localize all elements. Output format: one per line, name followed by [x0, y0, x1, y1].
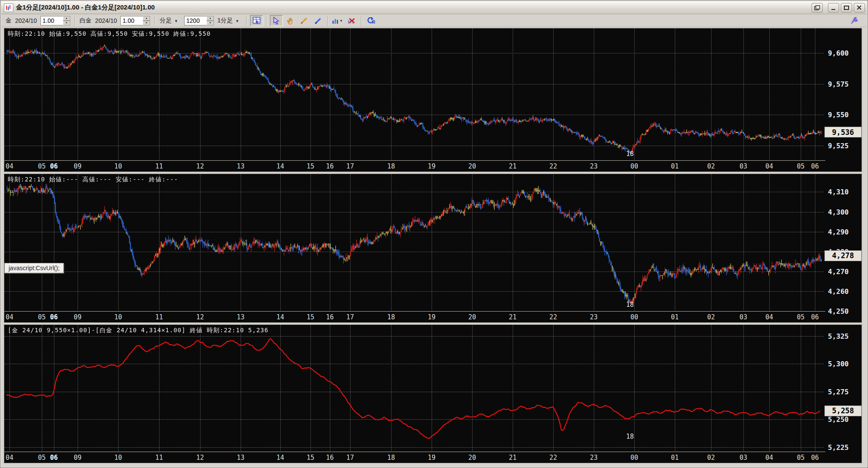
chevron-down-icon: ▼ — [174, 19, 178, 23]
gold-chart-canvas[interactable] — [4, 28, 825, 160]
platinum-ratio-down-icon: ▼ — [143, 21, 150, 25]
x-axis-label: 06 — [50, 454, 58, 462]
x-axis-label: 04 — [765, 313, 773, 321]
x-axis-label: 04 — [765, 454, 773, 462]
javascript-link-tooltip: javascript:CsvUrl(); — [4, 263, 64, 273]
x-axis-label: 10 — [114, 454, 122, 462]
spread-last-price-badge: 5,258 — [824, 406, 862, 416]
interval-dropdown[interactable]: 分足 ▼ — [160, 17, 181, 25]
gold-time-axis: 0405060910111213141516171819202122230001… — [4, 160, 825, 172]
maximize-button[interactable] — [841, 3, 852, 12]
x-axis-label: 09 — [74, 162, 81, 170]
x-axis-label: 06 — [50, 162, 58, 170]
gold-last-price-badge: 9,536 — [824, 127, 862, 137]
pen-draw-button[interactable] — [311, 15, 324, 26]
gold-ratio-input[interactable] — [41, 16, 63, 25]
remove-chart-button[interactable] — [345, 15, 358, 26]
x-axis-label: 14 — [276, 162, 284, 170]
x-axis-label: 06 — [811, 454, 819, 462]
gold-contract-month: 2024/10 — [15, 17, 37, 24]
platinum-last-price-badge: 4,278 — [824, 250, 862, 261]
platinum-ratio-input[interactable] — [120, 16, 143, 25]
x-axis-label: 19 — [428, 313, 436, 321]
platinum-ratio-spinner[interactable]: ▲▼ — [120, 16, 150, 25]
x-axis-label: 21 — [509, 162, 517, 170]
x-axis-label: 18 — [387, 454, 395, 462]
hand-pan-button[interactable] — [284, 15, 297, 26]
spread-time-axis: 0405060910111213141516171819202122230001… — [4, 452, 825, 463]
x-axis-label: 04 — [6, 162, 13, 170]
platinum-ratio-up-icon: ▲ — [143, 16, 150, 21]
x-axis-label: 12 — [196, 313, 204, 321]
candlestick-app-icon — [4, 3, 13, 12]
spread-chart-canvas[interactable] — [4, 325, 825, 452]
crosshair-chart-button[interactable] — [250, 15, 263, 26]
x-axis-label: 04 — [765, 162, 773, 170]
x-axis-label: 19 — [428, 454, 436, 462]
gold-date-marker: 18 — [626, 150, 634, 158]
toolbar-separator — [154, 16, 155, 26]
spread-formula-info: [金 24/10 9,550×1.00]-[白金 24/10 4,314×1.0… — [8, 327, 269, 334]
x-axis-label: 23 — [590, 454, 598, 462]
y-axis-label: 5,275 — [828, 388, 849, 396]
bar-count-spinner[interactable]: ▲▼ — [184, 16, 214, 25]
close-button[interactable] — [854, 3, 865, 12]
settings-wrench-button[interactable] — [848, 15, 861, 26]
window-layout-button[interactable] — [812, 3, 823, 12]
reload-icon: R — [367, 17, 376, 25]
bar-chart-delete-icon — [348, 17, 355, 24]
chart-area: 時刻:22:10 始値:9,550 高値:9,550 安値:9,550 終値:9… — [4, 28, 862, 464]
toolbar-separator — [246, 16, 247, 26]
pencil-draw-button[interactable] — [298, 15, 310, 26]
toolbar-separator — [266, 16, 267, 26]
x-axis-label: 22 — [549, 454, 557, 462]
y-axis-label: 4,260 — [828, 287, 849, 296]
y-axis-label: 9,600 — [828, 49, 849, 57]
minimize-button[interactable] — [828, 3, 839, 12]
y-axis-label: 5,250 — [828, 415, 849, 424]
x-axis-label: 18 — [387, 313, 395, 321]
x-axis-label: 23 — [590, 162, 598, 170]
toolbar-separator — [75, 16, 75, 26]
chart-type-dropdown-button[interactable]: ▼ — [331, 15, 344, 26]
x-axis-label: 11 — [155, 454, 163, 462]
x-axis-label: 01 — [671, 313, 679, 321]
platinum-chart-canvas[interactable] — [4, 174, 825, 311]
x-axis-label: 17 — [346, 313, 354, 321]
x-axis-label: 04 — [6, 454, 13, 462]
gold-ratio-spinner[interactable]: ▲▼ — [41, 16, 70, 25]
bar-chart-icon — [332, 17, 339, 24]
bar-count-input[interactable] — [184, 16, 207, 25]
x-axis-label: 16 — [326, 313, 334, 321]
x-axis-label: 00 — [630, 454, 638, 462]
x-axis-label: 04 — [6, 313, 13, 321]
x-axis-label: 01 — [671, 162, 679, 170]
title-bar: 金1分足[2024/10]1.00 - 白金1分足[2024/10]1.00 — [1, 1, 867, 14]
x-axis-label: 11 — [155, 313, 163, 321]
reload-button[interactable]: R — [365, 15, 378, 26]
platinum-time-axis: 0405060910111213141516171819202122230001… — [4, 311, 825, 322]
timeframe-dropdown[interactable]: 1分足 ▼ — [217, 17, 242, 25]
x-axis-label: 16 — [326, 162, 334, 170]
x-axis-label: 15 — [307, 313, 314, 321]
x-axis-label: 02 — [707, 454, 715, 462]
x-axis-label: 14 — [276, 454, 284, 462]
x-axis-label: 17 — [346, 162, 354, 170]
bar-count-up-icon: ▲ — [207, 16, 214, 21]
pen-icon — [314, 17, 322, 25]
platinum-contract-month: 2024/10 — [95, 17, 117, 24]
x-axis-label: 21 — [509, 454, 517, 462]
x-axis-label: 03 — [740, 454, 747, 462]
x-axis-label: 21 — [509, 313, 517, 321]
toolbar: 金 2024/10 ▲▼ 白金 2024/10 ▲▼ 分足 ▼ ▲▼ 1分足 ▼ — [1, 15, 867, 27]
x-axis-label: 02 — [707, 313, 715, 321]
toolbar-separator — [327, 16, 328, 26]
cursor-arrow-icon — [273, 17, 280, 25]
x-axis-label: 00 — [630, 162, 638, 170]
x-axis-label: 06 — [811, 162, 819, 170]
platinum-candlestick-panel: 時刻:22:10 始値:--- 高値:--- 安値:--- 終値:--- 4,2… — [4, 174, 862, 323]
gold-candlestick-panel: 時刻:22:10 始値:9,550 高値:9,550 安値:9,550 終値:9… — [4, 28, 862, 172]
select-cursor-button[interactable] — [270, 15, 283, 26]
gold-ratio-up-icon: ▲ — [63, 16, 70, 21]
y-axis-label: 4,250 — [828, 307, 849, 315]
